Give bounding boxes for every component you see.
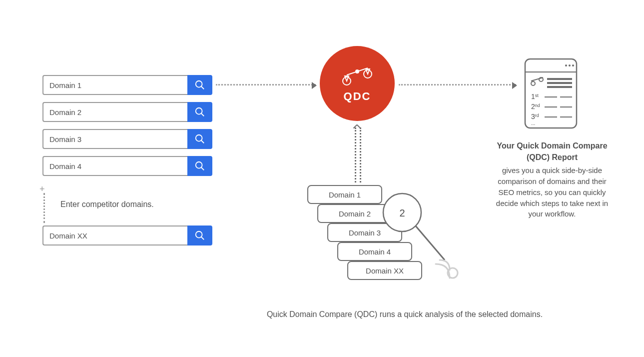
qdc-circle: QDC — [320, 46, 395, 121]
svg-line-3 — [201, 114, 204, 116]
arrow-head-icon — [512, 82, 517, 89]
svg-text:2: 2 — [399, 208, 405, 218]
svg-point-4 — [196, 135, 202, 142]
search-icon — [194, 106, 205, 118]
report-illustration: 1st 2nd 3rd ... — [522, 56, 580, 131]
svg-point-21 — [569, 64, 571, 66]
arrow-stack-to-qdc-2 — [360, 128, 361, 182]
domain-input-1[interactable]: Domain 1 — [42, 75, 187, 95]
domain-input-3[interactable]: Domain 3 — [42, 129, 187, 149]
domain-input-row-1: Domain 1 — [42, 75, 212, 95]
domain-input-4[interactable]: Domain 4 — [42, 156, 187, 176]
domain-input-row-4: Domain 4 — [42, 156, 212, 176]
arrow-stack-to-qdc — [355, 128, 356, 182]
rank-2: 2 — [531, 102, 535, 110]
arrow-fade-left — [216, 84, 236, 86]
search-button-xx[interactable] — [187, 226, 212, 246]
search-button-4[interactable] — [187, 156, 212, 176]
scales-icon — [342, 64, 373, 87]
arrow-head-icon — [312, 82, 317, 89]
svg-point-20 — [565, 64, 567, 66]
arrow-fade-left — [399, 84, 419, 86]
svg-point-8 — [196, 232, 202, 238]
rank-3: 3 — [531, 112, 535, 120]
report-heading: Your Quick Domain Compare (QDC) Report — [490, 140, 615, 163]
search-button-3[interactable] — [187, 129, 212, 149]
search-icon — [194, 160, 205, 172]
qdc-label: QDC — [344, 90, 371, 103]
magnifier-icon: 2 — [380, 190, 465, 285]
diagram-canvas: Domain 1 Domain 2 Domain 3 Domain 4 + — [0, 0, 644, 357]
svg-line-7 — [201, 168, 204, 170]
svg-point-2 — [196, 108, 202, 114]
vertical-dots-icon — [43, 193, 45, 223]
search-icon — [194, 80, 205, 90]
svg-line-16 — [416, 226, 445, 260]
analysis-caption: Quick Domain Compare (QDC) runs a quick … — [250, 310, 560, 319]
svg-line-1 — [201, 86, 204, 90]
add-more-gap: + Enter competitor domains. — [42, 183, 212, 226]
svg-line-9 — [201, 237, 204, 240]
domain-input-row-xx: Domain XX — [42, 226, 212, 246]
svg-line-5 — [201, 140, 204, 144]
svg-text:...: ... — [531, 120, 535, 126]
search-button-2[interactable] — [187, 102, 212, 122]
search-button-1[interactable] — [187, 75, 212, 95]
svg-point-0 — [196, 81, 202, 88]
domain-input-row-3: Domain 3 — [42, 129, 212, 149]
domain-card-1: Domain 1 — [307, 185, 382, 204]
search-icon — [194, 134, 205, 144]
svg-point-11 — [356, 70, 359, 73]
svg-point-6 — [196, 162, 202, 168]
svg-point-22 — [572, 64, 574, 66]
instruction-text: Enter competitor domains. — [60, 200, 154, 209]
report-body: gives you a quick side-by-side compariso… — [496, 166, 608, 218]
search-icon — [194, 230, 205, 241]
domain-input-2[interactable]: Domain 2 — [42, 102, 187, 122]
arrow-head-up-icon — [353, 124, 361, 132]
domain-inputs-column: Domain 1 Domain 2 Domain 3 Domain 4 + — [42, 75, 212, 252]
domain-input-xx[interactable]: Domain XX — [42, 226, 187, 246]
domain-input-row-2: Domain 2 — [42, 102, 212, 122]
rank-1: 1 — [531, 92, 535, 100]
report-description: Your Quick Domain Compare (QDC) Report g… — [490, 140, 615, 220]
